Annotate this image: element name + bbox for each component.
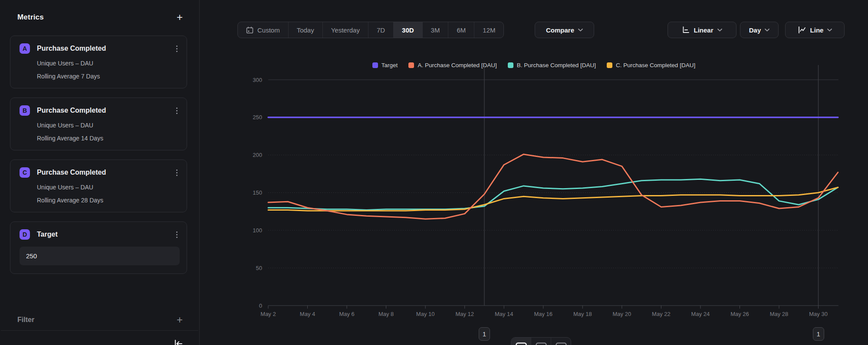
metric-badge: C	[20, 167, 30, 178]
svg-text:May 8: May 8	[378, 311, 394, 317]
svg-text:May 14: May 14	[495, 311, 513, 317]
svg-text:May 22: May 22	[652, 311, 671, 317]
card-menu-icon[interactable]	[174, 168, 180, 177]
metric-card-a[interactable]: APurchase CompletedUnique Users – DAURol…	[10, 36, 187, 88]
view-chart-button[interactable]	[511, 338, 531, 345]
metric-card-b[interactable]: BPurchase CompletedUnique Users – DAURol…	[10, 98, 187, 150]
metric-title: Purchase Completed	[37, 107, 106, 114]
svg-text:300: 300	[253, 77, 262, 83]
svg-text:May 6: May 6	[339, 311, 354, 317]
svg-text:May 10: May 10	[416, 311, 435, 317]
metric-title: Purchase Completed	[37, 169, 106, 176]
card-menu-icon[interactable]	[174, 230, 180, 239]
svg-text:150: 150	[253, 189, 262, 196]
svg-text:250: 250	[253, 114, 262, 120]
add-filter-icon[interactable]: +	[177, 316, 183, 324]
target-card[interactable]: DTarget250	[10, 221, 187, 274]
sidebar-header: Metrics +	[17, 13, 183, 22]
bottom-view-switcher	[511, 337, 571, 345]
metric-subtitle: Unique Users – DAU	[37, 122, 180, 129]
filter-row: Filter +	[17, 316, 183, 324]
details-view-icon	[556, 342, 567, 345]
svg-text:May 4: May 4	[300, 311, 315, 317]
metric-subtitle: Rolling Average 14 Days	[37, 135, 180, 142]
collapse-sidebar-icon[interactable]	[174, 339, 183, 345]
metric-title: Purchase Completed	[37, 45, 106, 52]
metric-subtitle: Unique Users – DAU	[37, 60, 180, 67]
svg-text:May 16: May 16	[534, 311, 552, 317]
metrics-dashboard: Metrics + APurchase CompletedUnique User…	[0, 0, 868, 345]
metrics-sidebar: Metrics + APurchase CompletedUnique User…	[0, 0, 200, 345]
view-table-button[interactable]	[531, 338, 551, 345]
table-view-icon	[536, 342, 547, 345]
annotation-badge[interactable]: 1	[479, 327, 490, 341]
svg-text:May 20: May 20	[613, 311, 631, 317]
card-header: DTarget	[20, 229, 180, 240]
metric-badge: D	[20, 229, 30, 240]
metrics-chart: 050100150200250300May 2May 4May 6May 8Ma…	[200, 0, 868, 345]
svg-text:May 26: May 26	[730, 311, 749, 317]
svg-text:100: 100	[253, 227, 262, 234]
svg-text:May 12: May 12	[455, 311, 474, 317]
metric-subtitle: Rolling Average 28 Days	[37, 197, 180, 204]
chart-area: 050100150200250300May 2May 4May 6May 8Ma…	[200, 0, 868, 345]
sidebar-title: Metrics	[17, 13, 44, 22]
metric-card-list: APurchase CompletedUnique Users – DAURol…	[10, 36, 187, 283]
svg-text:May 18: May 18	[573, 311, 592, 317]
series-c	[268, 187, 838, 211]
add-metric-icon[interactable]: +	[177, 13, 183, 22]
metric-badge: A	[20, 43, 30, 54]
metric-title: Target	[37, 231, 58, 238]
card-header: APurchase Completed	[20, 43, 180, 54]
metric-subtitle: Unique Users – DAU	[37, 184, 180, 191]
card-menu-icon[interactable]	[174, 106, 180, 115]
svg-text:May 24: May 24	[691, 311, 710, 317]
sidebar-divider	[1, 330, 198, 331]
svg-text:May 30: May 30	[809, 311, 828, 317]
svg-text:200: 200	[253, 152, 262, 158]
card-header: BPurchase Completed	[20, 105, 180, 116]
view-details-button[interactable]	[551, 338, 571, 345]
chart-view-icon	[516, 342, 527, 345]
svg-text:50: 50	[256, 265, 262, 271]
series-b	[268, 179, 838, 210]
filter-label: Filter	[17, 316, 34, 324]
target-value-input[interactable]: 250	[20, 247, 180, 265]
annotation-badge[interactable]: 1	[813, 327, 824, 341]
card-menu-icon[interactable]	[174, 44, 180, 53]
metric-badge: B	[20, 105, 30, 116]
svg-text:May 28: May 28	[770, 311, 789, 317]
svg-text:0: 0	[259, 303, 262, 309]
metric-subtitle: Rolling Average 7 Days	[37, 73, 180, 80]
svg-text:May 2: May 2	[260, 311, 276, 317]
metric-card-c[interactable]: CPurchase CompletedUnique Users – DAURol…	[10, 159, 187, 212]
card-header: CPurchase Completed	[20, 167, 180, 178]
